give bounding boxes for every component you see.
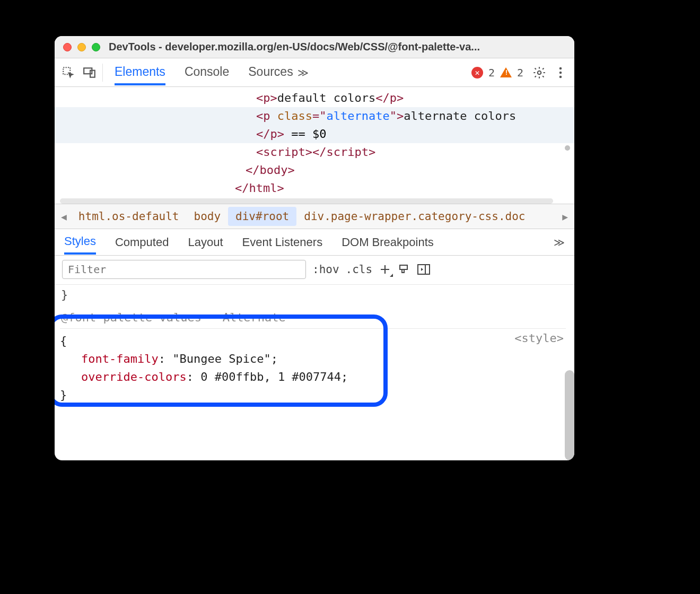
toggle-sidebar-icon[interactable] [417, 263, 431, 276]
breadcrumb-item[interactable]: div.page-wrapper.category-css.doc [296, 207, 558, 226]
dom-node-selected[interactable]: <p class="alternate">alternate colors [55, 107, 574, 125]
css-declaration[interactable]: override-colors: 0 #00ffbb, 1 #007744; [60, 368, 566, 386]
breadcrumb-right-icon[interactable]: ▶ [558, 211, 572, 222]
warning-count: 2 [517, 66, 523, 79]
css-value[interactable]: "Bungee Spice" [172, 352, 270, 365]
new-style-rule-icon[interactable] [379, 263, 391, 276]
hov-toggle[interactable]: :hov [312, 263, 339, 276]
tab-console[interactable]: Console [185, 59, 229, 85]
dom-node[interactable]: <script></script> [55, 143, 574, 161]
tab-elements[interactable]: Elements [115, 59, 165, 85]
css-value[interactable]: 0 #00ffbb, 1 #007744 [200, 370, 341, 383]
svg-point-4 [559, 67, 562, 69]
styles-rules-area[interactable]: } @font-palette-values --Alternate <styl… [55, 285, 574, 460]
subtab-dom-breakpoints[interactable]: DOM Breakpoints [342, 231, 434, 254]
svg-rect-7 [418, 265, 430, 274]
scroll-indicator [565, 145, 570, 151]
error-count: 2 [488, 66, 495, 79]
minimize-button[interactable] [77, 43, 86, 51]
error-icon: ✕ [471, 67, 483, 78]
more-tabs-chevron-icon[interactable]: ≫ [293, 66, 313, 79]
dom-node[interactable]: </body> [55, 161, 574, 179]
subtab-computed[interactable]: Computed [115, 231, 169, 254]
issues-badges[interactable]: ✕ 2 2 [471, 66, 523, 79]
dom-tree[interactable]: <p>default colors</p> <p class="alternat… [55, 87, 574, 204]
device-toolbar-icon[interactable] [79, 62, 100, 83]
traffic-lights [63, 43, 100, 51]
settings-icon[interactable] [529, 62, 550, 83]
main-toolbar: Elements Console Sources ≫ ✕ 2 2 [55, 58, 574, 87]
dom-node[interactable]: <p>default colors</p> [55, 89, 574, 107]
cls-toggle[interactable]: .cls [346, 263, 373, 276]
subtab-layout[interactable]: Layout [188, 231, 223, 254]
svg-point-3 [538, 71, 541, 74]
rule-selector[interactable]: @font-palette-values --Alternate [60, 301, 566, 329]
breadcrumb-left-icon[interactable]: ◀ [57, 211, 71, 222]
rule-block[interactable]: { font-family: "Bungee Spice"; override-… [60, 332, 566, 404]
css-property[interactable]: override-colors [81, 370, 187, 383]
kebab-menu-icon[interactable] [550, 62, 571, 83]
maximize-button[interactable] [92, 43, 100, 51]
css-declaration[interactable]: font-family: "Bungee Spice"; [60, 350, 566, 368]
subtab-event-listeners[interactable]: Event Listeners [242, 231, 323, 254]
panel-tabs: Elements Console Sources [115, 59, 293, 85]
breadcrumb: ◀ html.os-default body div#root div.page… [55, 204, 574, 229]
breadcrumb-item[interactable]: body [187, 207, 229, 226]
toolbar-divider [102, 64, 103, 82]
dom-node[interactable]: </html> [55, 179, 574, 197]
svg-point-5 [559, 71, 562, 74]
paint-brush-icon[interactable] [398, 263, 410, 276]
rule-open-brace: { [60, 332, 566, 350]
horizontal-scrollbar[interactable] [60, 198, 553, 204]
more-subtabs-chevron-icon[interactable]: ≫ [554, 236, 565, 249]
styles-filter-row: :hov .cls [55, 256, 574, 285]
titlebar: DevTools - developer.mozilla.org/en-US/d… [55, 36, 574, 58]
vertical-scrollbar[interactable] [565, 370, 574, 460]
window-title: DevTools - developer.mozilla.org/en-US/d… [109, 41, 574, 53]
css-property[interactable]: font-family [81, 352, 159, 365]
rule-closing-brace: } [60, 288, 566, 301]
devtools-window: DevTools - developer.mozilla.org/en-US/d… [55, 36, 574, 460]
inspect-element-icon[interactable] [58, 62, 79, 83]
rule-source-link[interactable]: <style> [514, 331, 564, 345]
tab-sources[interactable]: Sources [248, 59, 293, 85]
breadcrumb-item[interactable]: html.os-default [71, 207, 187, 226]
svg-point-6 [559, 75, 562, 78]
rule-close-brace: } [60, 386, 566, 404]
breadcrumb-item-active[interactable]: div#root [228, 207, 296, 226]
dom-node-close[interactable]: </p> == $0 [55, 125, 574, 143]
styles-subtabs: Styles Computed Layout Event Listeners D… [55, 229, 574, 256]
styles-filter-input[interactable] [62, 260, 306, 279]
warning-icon [500, 67, 512, 77]
subtab-styles[interactable]: Styles [64, 230, 96, 255]
close-button[interactable] [63, 43, 72, 51]
